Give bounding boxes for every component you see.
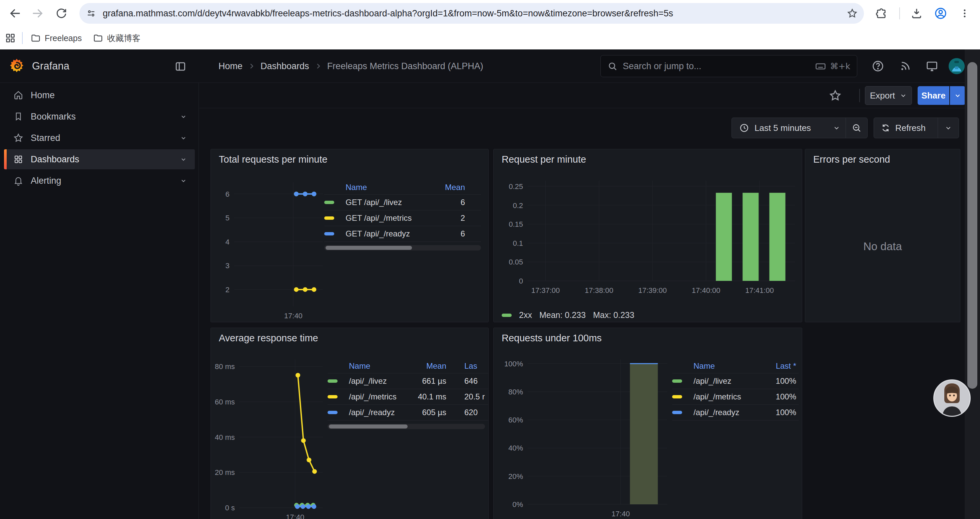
sidebar-item-label: Alerting — [31, 176, 180, 186]
chevron-down-icon[interactable] — [180, 177, 188, 185]
panel-title[interactable]: Total requests per minute — [219, 154, 328, 165]
legend-col-mean[interactable]: Mean — [428, 183, 465, 192]
series-name[interactable]: /api/_/metrics — [349, 392, 413, 401]
url-text[interactable]: grafana.mathmast.com/d/deytv4rwavabkb/fr… — [103, 3, 816, 24]
series-name[interactable]: /api/_/metrics — [694, 392, 759, 401]
series-name[interactable]: /api/_/readyz — [694, 408, 759, 417]
chevron-down-icon[interactable] — [833, 124, 840, 132]
bookmarks-divider — [22, 32, 23, 44]
panel-title[interactable]: Request per minute — [502, 154, 586, 165]
total-requests-chart[interactable]: 6543217:40 — [215, 178, 325, 322]
keyboard-icon — [815, 61, 826, 72]
legend-row[interactable]: /api/_/metrics 40.1 ms 20.5 r — [328, 389, 488, 405]
svg-text:60%: 60% — [508, 416, 523, 424]
legend-row[interactable]: GET /api/_/readyz 6 — [324, 226, 481, 242]
legend-header: Name Mean — [324, 180, 481, 195]
menu-kebab-icon[interactable] — [957, 5, 973, 21]
search-input[interactable]: Search or jump to... ⌘+k — [600, 55, 857, 77]
scrollbar-thumb[interactable] — [326, 246, 412, 250]
legend-inline[interactable]: 2xx Mean: 0.233 Max: 0.233 — [502, 310, 635, 320]
bookmark-folder-freeleaps[interactable]: Freeleaps — [31, 33, 82, 43]
forward-icon[interactable] — [29, 5, 45, 21]
favorite-star-icon[interactable] — [829, 89, 842, 104]
monitor-icon[interactable] — [924, 58, 940, 74]
panel-title[interactable]: Average response time — [219, 333, 318, 344]
chevron-down-icon[interactable] — [180, 134, 188, 142]
svg-text:17:40: 17:40 — [611, 509, 630, 518]
profile-icon[interactable] — [932, 5, 949, 21]
legend-hscrollbar[interactable] — [324, 245, 481, 251]
page-scrollbar-track[interactable] — [965, 50, 980, 519]
assistant-avatar[interactable] — [933, 379, 970, 417]
svg-text:0.2: 0.2 — [513, 201, 523, 210]
series-name[interactable]: 2xx — [519, 310, 532, 320]
downloads-icon[interactable] — [908, 5, 924, 21]
legend-row[interactable]: /api/_/livez 661 µs 646 — [328, 374, 488, 389]
panel-total-requests: Total requests per minute 6543217:40 Nam… — [210, 149, 488, 322]
legend-col-last[interactable]: Last * — [759, 361, 796, 371]
legend-col-name[interactable]: Name — [349, 361, 413, 371]
sidebar-item-dashboards[interactable]: Dashboards — [4, 149, 195, 169]
legend-col-mean[interactable]: Mean — [413, 361, 446, 371]
panel-title[interactable]: Errors per second — [813, 154, 890, 165]
legend-hscrollbar[interactable] — [328, 424, 485, 429]
extensions-icon[interactable] — [873, 5, 889, 21]
sidebar-item-starred[interactable]: Starred — [4, 128, 195, 148]
requests-under-100ms-chart[interactable]: 100%80%60%40%20%0%17:40 — [498, 355, 669, 519]
series-mean: 661 µs — [413, 376, 446, 386]
legend-col-name[interactable]: Name — [694, 361, 759, 371]
panel-left-toggle-icon[interactable] — [174, 60, 187, 74]
user-avatar[interactable] — [949, 58, 965, 74]
apps-grid-icon[interactable] — [5, 32, 16, 44]
page-scrollbar-thumb[interactable] — [967, 62, 977, 389]
chevron-down-icon[interactable] — [180, 113, 188, 121]
legend-row[interactable]: GET /api/_/metrics 2 — [324, 211, 481, 226]
address-bar[interactable]: grafana.mathmast.com/d/deytv4rwavabkb/fr… — [80, 3, 864, 24]
legend-col-last[interactable]: Las — [464, 361, 488, 371]
avg-response-time-chart[interactable]: 80 ms60 ms40 ms20 ms0 s17:40 — [215, 355, 325, 519]
legend-row[interactable]: /api/_/readyz 100% — [672, 405, 799, 420]
time-range-label[interactable]: Last 5 minutes — [754, 123, 833, 133]
series-name[interactable]: GET /api/_/metrics — [345, 213, 428, 223]
scrollbar-thumb[interactable] — [329, 425, 407, 428]
chevron-down-icon — [954, 92, 961, 99]
bookmark-star-icon[interactable] — [846, 8, 858, 21]
share-button[interactable]: Share — [918, 86, 949, 105]
series-name[interactable]: GET /api/_/livez — [345, 198, 428, 207]
grafana-logo-icon[interactable] — [9, 58, 25, 75]
export-button[interactable]: Export — [865, 86, 912, 105]
share-menu-button[interactable] — [950, 86, 965, 105]
breadcrumb-home[interactable]: Home — [218, 61, 242, 72]
sidebar-item-alerting[interactable]: Alerting — [4, 171, 195, 191]
reload-icon[interactable] — [53, 5, 69, 21]
request-per-minute-chart[interactable]: 0.250.20.150.10.05017:37:0017:38:0017:39… — [498, 177, 798, 297]
legend-row[interactable]: /api/_/livez 100% — [672, 374, 799, 389]
series-last: 100% — [759, 376, 796, 386]
series-color-pill — [324, 201, 334, 204]
export-label: Export — [870, 91, 895, 101]
legend-row[interactable]: /api/_/metrics 100% — [672, 389, 799, 405]
dashboard-canvas: Last 5 minutes Refresh — [199, 108, 980, 519]
help-icon[interactable] — [870, 58, 886, 74]
series-name[interactable]: GET /api/_/readyz — [345, 229, 428, 238]
series-name[interactable]: /api/_/readyz — [349, 408, 413, 417]
chevron-down-icon[interactable] — [180, 155, 188, 163]
sidebar-item-home[interactable]: Home — [4, 85, 195, 105]
breadcrumb-dashboards[interactable]: Dashboards — [261, 61, 309, 72]
legend-col-name[interactable]: Name — [345, 183, 428, 192]
panel-title[interactable]: Requests under 100ms — [502, 333, 602, 344]
legend-row[interactable]: GET /api/_/livez 6 — [324, 195, 481, 211]
sidebar-item-bookmarks[interactable]: Bookmarks — [4, 107, 195, 126]
svg-text:60 ms: 60 ms — [215, 398, 235, 406]
series-name[interactable]: /api/_/livez — [349, 376, 413, 386]
news-rss-icon[interactable] — [897, 58, 913, 74]
legend-row[interactable]: /api/_/readyz 605 µs 620 — [328, 405, 488, 420]
series-mean: Mean: 0.233 — [539, 310, 586, 320]
site-settings-icon[interactable] — [86, 8, 96, 20]
refresh-interval-dropdown[interactable] — [938, 124, 959, 132]
refresh-label[interactable]: Refresh — [895, 123, 938, 133]
back-icon[interactable] — [7, 5, 23, 21]
zoom-out-icon[interactable] — [846, 123, 867, 133]
series-name[interactable]: /api/_/livez — [694, 376, 759, 386]
bookmark-folder-blogs[interactable]: 收藏博客 — [93, 33, 140, 44]
